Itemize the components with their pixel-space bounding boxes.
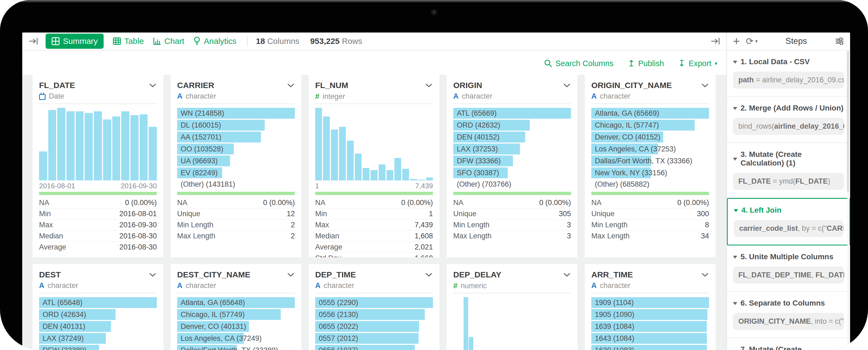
steps-scrollbar[interactable] <box>847 51 849 349</box>
stat-value: 2016-09-30 <box>119 221 157 229</box>
chevron-down-icon[interactable] <box>702 273 709 277</box>
step-item-4[interactable]: 4. Left Joincarrier_code_list, by = c("C… <box>727 198 850 245</box>
add-step-button[interactable]: + <box>733 35 740 47</box>
chevron-down-icon[interactable] <box>425 273 432 277</box>
step-expression-chip[interactable]: ORIGIN_CITY_NAME, into = c("cit… <box>733 313 844 330</box>
step-collapse-triangle-icon <box>734 209 738 212</box>
histogram-axis: 2016-08-012016-09-30 <box>39 182 157 189</box>
column-title: DEST <box>39 270 145 279</box>
valid-values-bar <box>177 192 295 195</box>
stat-label: NA <box>453 199 464 207</box>
tab-table[interactable]: Table <box>113 37 144 46</box>
axis-min-label: 1 <box>315 182 319 189</box>
publish-button[interactable]: ↥ Publish <box>628 59 664 68</box>
category-bar: WN (214858) <box>177 108 295 119</box>
step-expression-chip[interactable]: bind_rows(airline_delay_2016_08) <box>733 118 844 135</box>
step-title[interactable]: 4. Left Join <box>734 206 843 215</box>
category-bar: ATL (65648) <box>39 297 157 308</box>
histogram <box>315 108 433 180</box>
stat-row: Min Length2 <box>177 219 295 231</box>
step-expression-chip[interactable]: FL_DATE_DEP_TIME, FL_DATE, D… <box>733 267 844 284</box>
column-card-FL_NUM: FL_NUM#integer17,439NA0 (0.00%)Min1Max7,… <box>309 75 439 257</box>
step-item-7[interactable]: 7. Mutate (Create Calculation) (5)FL_DAT… <box>727 338 850 350</box>
step-expression-chip[interactable]: path = airline_delay_2016_09.csv, t… <box>733 72 844 89</box>
step-title[interactable]: 7. Mutate (Create Calculation) (5) <box>733 345 844 350</box>
step-title[interactable]: 1. Local Data - CSV <box>733 58 844 66</box>
histogram-bar <box>386 170 393 180</box>
chevron-down-icon[interactable] <box>149 273 156 277</box>
step-item-6[interactable]: 6. Separate to ColumnsORIGIN_CITY_NAME, … <box>727 292 850 338</box>
step-collapse-triangle-icon <box>733 302 737 305</box>
webcam-icon <box>431 9 437 15</box>
stat-value: 2016-08-30 <box>119 243 157 251</box>
export-icon: ↧ <box>678 59 685 68</box>
category-bar-label: 1639 (1084) <box>591 321 709 332</box>
column-stats: NA0 (0.00%)Min1Max7,439Median1,608Averag… <box>315 197 433 257</box>
tab-analytics[interactable]: Analytics <box>193 37 236 46</box>
step-title[interactable]: 5. Unite Multiple Columns <box>733 252 844 261</box>
chevron-down-icon[interactable] <box>287 273 294 277</box>
step-item-2[interactable]: 2. Merge (Add Rows / Union)bind_rows(air… <box>727 97 850 143</box>
category-bar: ATL (65669) <box>453 108 571 119</box>
refresh-dropdown-button[interactable]: ⟳ ▾ <box>746 37 757 46</box>
step-expression-chip[interactable]: carrier_code_list, by = c("CARRIE… <box>734 220 843 237</box>
chevron-down-icon[interactable] <box>563 273 570 277</box>
tab-chart[interactable]: Chart <box>153 37 184 46</box>
step-title[interactable]: 2. Merge (Add Rows / Union) <box>733 104 844 112</box>
stat-row: NA0 (0.00%) <box>453 197 571 208</box>
category-bar: Chicago, IL (57749) <box>177 309 295 320</box>
stat-label: Std Dev <box>315 254 341 257</box>
category-other-label: (Other) (703766) <box>453 179 571 189</box>
dataset-counts: 18 Columns 953,225 Rows <box>256 37 362 46</box>
character-type-icon: A <box>177 92 183 101</box>
step-item-5[interactable]: 5. Unite Multiple ColumnsFL_DATE_DEP_TIM… <box>727 245 850 292</box>
collapse-left-panel-icon[interactable] <box>29 37 38 45</box>
category-bar: Chicago, IL (57747) <box>591 120 709 131</box>
chevron-down-icon[interactable] <box>149 83 156 88</box>
category-other-label: (Other) (143181) <box>177 179 295 189</box>
search-icon <box>544 59 552 67</box>
stat-label: NA <box>177 199 187 207</box>
chevron-down-icon[interactable] <box>287 83 294 88</box>
steps-settings-icon[interactable] <box>835 37 844 45</box>
search-columns-button[interactable]: Search Columns <box>544 59 614 68</box>
tab-summary[interactable]: Summary <box>45 34 104 49</box>
steps-header: + ⟳ ▾ Steps <box>727 33 850 50</box>
histogram-bar <box>339 127 346 180</box>
main-area: Summary Table Chart <box>22 33 726 350</box>
stat-label: Unique <box>453 210 476 218</box>
category-bar-label: 0556 (2130) <box>315 309 433 320</box>
step-title[interactable]: 6. Separate to Columns <box>733 299 844 308</box>
chevron-down-icon[interactable] <box>702 83 709 88</box>
step-title-text: 4. Left Join <box>741 206 781 215</box>
step-title[interactable]: 3. Mutate (Create Calculation) (1) <box>733 150 844 167</box>
category-bar: AA (152701) <box>177 132 295 142</box>
step-expression-chip[interactable]: FL_DATE = ymd(FL_DATE) <box>733 173 844 190</box>
table-icon <box>113 37 121 45</box>
stat-value: 0 (0.00%) <box>125 199 157 207</box>
column-type: Acharacter <box>39 281 157 290</box>
step-item-3[interactable]: 3. Mutate (Create Calculation) (1)FL_DAT… <box>727 143 850 198</box>
lightbulb-icon <box>193 37 200 46</box>
category-bar: 0555 (2290) <box>315 297 433 308</box>
stat-value: 2 <box>291 232 295 240</box>
category-bar: Dallas/Fort Worth, TX (33366) <box>591 155 709 166</box>
column-chart <box>453 297 571 350</box>
column-chart: WN (214858)DL (160015)AA (152701)OO (103… <box>177 108 295 189</box>
step-collapse-triangle-icon <box>733 61 737 64</box>
axis-min-label: 2016-08-01 <box>39 182 75 189</box>
calendar-icon <box>39 94 45 100</box>
step-item-1[interactable]: 1. Local Data - CSVpath = airline_delay_… <box>727 50 850 97</box>
export-button[interactable]: ↧ Export ▾ <box>678 59 717 68</box>
chevron-down-icon[interactable] <box>563 83 570 88</box>
stat-row: Min1 <box>315 208 433 219</box>
column-chart: Atlanta, GA (65669)Chicago, IL (57747)De… <box>591 108 709 189</box>
category-bar: LAX (37249) <box>39 333 157 344</box>
column-card-header: ORIGIN_CITY_NAMEAcharacter <box>591 75 709 104</box>
stat-value: 0 (0.00%) <box>401 199 433 207</box>
chevron-down-icon[interactable] <box>425 83 432 88</box>
collapse-right-panel-icon[interactable] <box>711 37 720 45</box>
stat-label: NA <box>39 199 50 207</box>
column-type: Acharacter <box>591 92 709 101</box>
cards-row-1: FL_DATEDate2016-08-012016-09-30NA0 (0.00… <box>33 75 726 257</box>
